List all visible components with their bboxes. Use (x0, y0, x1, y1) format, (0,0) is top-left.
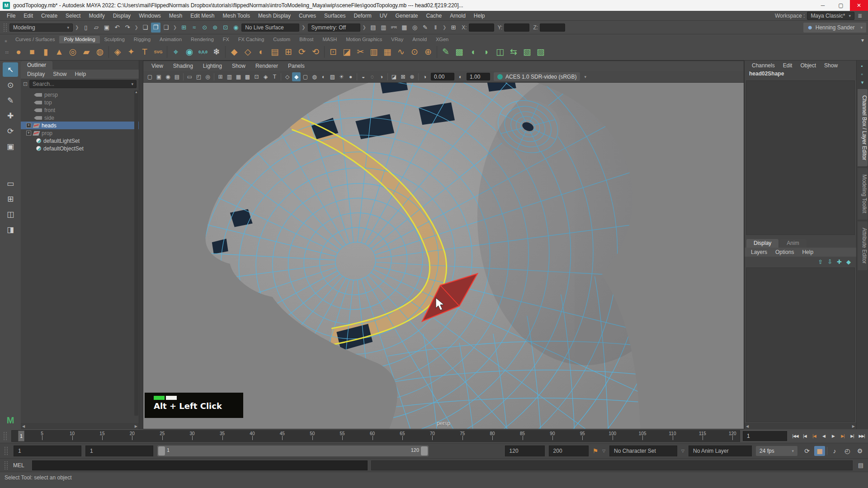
make-live-icon[interactable]: ◉ (231, 23, 241, 33)
maximize-button[interactable]: ▢ (832, 0, 850, 11)
gate-mask-icon[interactable]: ▩ (243, 72, 252, 81)
x-input[interactable] (469, 23, 494, 32)
shelf-svg-tool[interactable]: SVG (151, 45, 165, 59)
shelf-tab-fx[interactable]: FX (218, 36, 234, 43)
menu-surfaces[interactable]: Surfaces (320, 13, 349, 19)
channelbox-menu-object[interactable]: Object (797, 62, 820, 69)
z-input[interactable] (540, 23, 565, 32)
character-set-field[interactable]: No Character Set (609, 446, 677, 456)
collapse-panel-icon[interactable]: ▾ (861, 80, 864, 85)
user-account-menu[interactable]: ☻ Henning Sander ▾ (803, 23, 866, 33)
step-back-frame-button[interactable]: |◀ (800, 432, 809, 441)
play-forwards-button[interactable]: ▶ (829, 432, 838, 441)
command-language-label[interactable]: MEL (13, 462, 28, 469)
resolution-gate-icon[interactable]: ▦ (234, 72, 243, 81)
viewport-menu-panels[interactable]: Panels (283, 63, 309, 69)
shelf-symmetrize[interactable]: ⇆ (507, 45, 520, 59)
viewport-menu-renderer[interactable]: Renderer (251, 63, 283, 69)
menu-set-select[interactable]: Modeling ▾ (9, 23, 73, 32)
workspace-select[interactable]: Maya Classic* ▾ (807, 12, 854, 20)
snap-to-view-plane-icon[interactable]: ⊡ (221, 23, 230, 33)
menu-select[interactable]: Select (61, 13, 85, 19)
shelf-tab-xgen[interactable]: XGen (431, 36, 453, 43)
menu-generate[interactable]: Generate (391, 13, 422, 19)
layer-new-from-selected-icon[interactable]: ◆ (846, 258, 851, 265)
rotate-tool[interactable]: ⟳ (3, 124, 18, 138)
menu-windows[interactable]: Windows (135, 13, 165, 19)
menu-uv[interactable]: UV (376, 13, 392, 19)
viewport-menu-shading[interactable]: Shading (169, 63, 198, 69)
y-input[interactable] (504, 23, 529, 32)
group-divider[interactable]: ❯ (441, 25, 448, 30)
textured-mode-icon[interactable]: ▨ (328, 72, 337, 81)
snap-to-point-icon[interactable]: ⊙ (200, 23, 209, 33)
save-scene-icon[interactable]: ▣ (102, 23, 111, 33)
layout-two-pane[interactable]: ◫ (3, 207, 18, 221)
safe-title-icon[interactable]: T (270, 72, 279, 81)
shelf-boolean[interactable]: ◐ (255, 45, 268, 59)
outliner-item-top[interactable]: top (21, 99, 139, 106)
shelf-combine[interactable]: ◆ (227, 45, 241, 59)
outliner-item-prop[interactable]: +prop (21, 129, 139, 137)
shelf-tab-arnold[interactable]: Arnold (408, 36, 431, 43)
outliner-item-heads[interactable]: +heads (21, 122, 139, 129)
group-divider[interactable]: ❯ (133, 25, 139, 30)
group-divider[interactable]: ❯ (300, 25, 307, 30)
group-divider[interactable]: ❯ (172, 25, 178, 30)
grip-handle[interactable] (4, 23, 7, 32)
menu-edit-mesh[interactable]: Edit Mesh (186, 13, 218, 19)
shelf-multi-cut[interactable]: ✂ (354, 45, 367, 59)
lock-camera-icon[interactable]: ▣ (155, 72, 163, 81)
shelf-insert-edge-loop[interactable]: ▥ (367, 45, 381, 59)
new-scene-icon[interactable]: ▯ (81, 23, 90, 33)
outliner-menu-display[interactable]: Display (24, 71, 48, 77)
shelf-poly-cube[interactable]: ■ (25, 45, 39, 59)
menu-deform[interactable]: Deform (349, 13, 375, 19)
bookmark-view-icon[interactable]: ▤ (173, 72, 181, 81)
shelf-center-pivot[interactable]: ◉ (183, 45, 196, 59)
select-by-hierarchy-icon[interactable]: ❏ (141, 23, 150, 33)
sidebar-tab-modeling-toolkit[interactable]: Modeling Toolkit (858, 168, 868, 220)
outliner-menu-help[interactable]: Help (71, 71, 90, 77)
shelf-tab-rigging[interactable]: Rigging (129, 36, 155, 43)
layer-move-up-icon[interactable]: ⇧ (818, 258, 823, 265)
animation-start-field[interactable]: 1 (14, 446, 81, 456)
channelbox-menu-show[interactable]: Show (821, 62, 841, 69)
outliner-vertical-scrollbar[interactable] (134, 90, 138, 416)
shelf-bridge[interactable]: ⊞ (282, 45, 295, 59)
move-tool[interactable]: ✚ (3, 108, 18, 123)
expand-toggle[interactable]: + (26, 123, 31, 128)
use-default-material-icon[interactable]: ◍ (310, 72, 319, 81)
timeline-playhead[interactable]: 1 (18, 431, 24, 441)
paint-select-tool[interactable]: ✎ (3, 93, 18, 108)
motion-blur-icon[interactable]: ◌ (368, 72, 377, 81)
shelf-tab-animation[interactable]: Animation (155, 36, 186, 43)
xray-joints-icon[interactable]: ⊗ (408, 72, 416, 81)
shadows-icon[interactable]: ● (346, 72, 355, 81)
shelf-rotate-edge-cw[interactable]: ⟳ (295, 45, 309, 59)
shelf-tab-rendering[interactable]: Rendering (186, 36, 218, 43)
shelf-type-tool[interactable]: T (138, 45, 151, 59)
menu-cache[interactable]: Cache (422, 13, 446, 19)
go-to-end-button[interactable]: ▶▶| (857, 432, 866, 441)
shelf-construction-aim[interactable]: ⌖ (169, 45, 183, 59)
layer-menu-options[interactable]: Options (772, 249, 797, 255)
playback-speed-icon[interactable]: ◴ (842, 446, 853, 456)
select-camera-icon[interactable]: ▢ (146, 72, 154, 81)
animation-end-field[interactable]: 200 (549, 446, 589, 456)
scale-tool[interactable]: ▣ (3, 139, 18, 154)
layer-menu-help[interactable]: Help (798, 249, 817, 255)
shelf-smooth[interactable]: ▩ (453, 45, 466, 59)
shelf-target-weld[interactable]: ⊕ (421, 45, 435, 59)
camera-attributes-icon[interactable]: ◉ (164, 72, 172, 81)
outliner-item-defaultlightset[interactable]: defaultLightSet (21, 137, 139, 145)
shelf-zero-pivot[interactable]: 0,0,0 (196, 45, 210, 59)
render-settings-icon[interactable]: ◎ (410, 23, 420, 33)
shelf-bevel[interactable]: ◪ (340, 45, 354, 59)
outliner-tree[interactable]: persptopfrontside+heads+propdefaultLight… (21, 89, 139, 423)
film-gate-icon[interactable]: ▥ (225, 72, 234, 81)
fps-select[interactable]: 24 fps ▾ (756, 446, 797, 456)
menu-arnold[interactable]: Arnold (446, 13, 470, 19)
shelf-fill-hole[interactable]: ▤ (268, 45, 282, 59)
pin-panel-icon[interactable]: ▪ (861, 63, 864, 69)
